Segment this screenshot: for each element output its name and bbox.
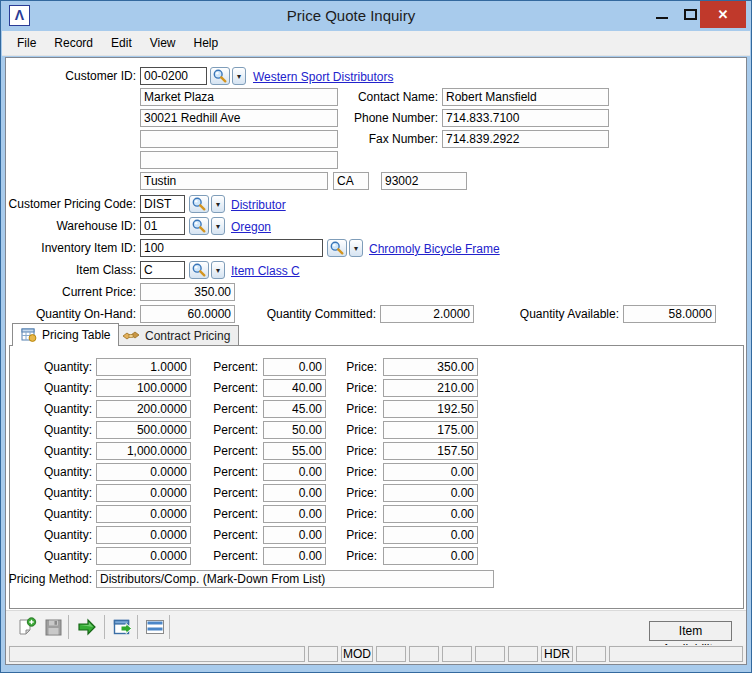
row-quantity-label: Quantity:	[16, 463, 92, 481]
row-price-label: Price:	[306, 463, 377, 481]
row7-price-field: 0.00	[383, 505, 478, 523]
minimize-button[interactable]	[651, 1, 675, 29]
item-id-label: Inventory Item ID:	[6, 239, 136, 257]
customer-id-input[interactable]: 00-0200	[140, 67, 207, 85]
item-lookup-button[interactable]	[327, 239, 347, 257]
browse-window-icon	[113, 618, 134, 637]
warehouse-label: Warehouse ID:	[6, 217, 136, 235]
qty-committed-field: 2.0000	[380, 305, 474, 323]
bottom-toolbar: Item Availability	[6, 610, 746, 647]
row-quantity-label: Quantity:	[16, 421, 92, 439]
magnifier-icon	[192, 197, 206, 211]
item-class-dropdown-button[interactable]: ▾	[211, 261, 225, 279]
item-id-input[interactable]: 100	[140, 239, 323, 257]
menu-edit[interactable]: Edit	[102, 31, 141, 55]
menu-help[interactable]: Help	[185, 31, 228, 55]
save-button[interactable]	[42, 616, 64, 638]
row-price-label: Price:	[306, 484, 377, 502]
customer-lookup-button[interactable]	[210, 67, 230, 85]
pricing-code-input[interactable]: DIST	[140, 195, 185, 213]
row-quantity-label: Quantity:	[16, 358, 92, 376]
tab-contract-pricing[interactable]: Contract Pricing	[113, 325, 239, 346]
pricing-method-label: Pricing Method:	[6, 570, 92, 588]
pricing-code-lookup-button[interactable]	[189, 195, 209, 213]
item-class-link[interactable]: Item Class C	[231, 262, 300, 280]
qty-on-hand-label: Quantity On-Hand:	[6, 305, 136, 323]
row-percent-label: Percent:	[166, 358, 258, 376]
list-view-button[interactable]	[144, 616, 166, 638]
pricing-code-link[interactable]: Distributor	[231, 196, 286, 214]
qty-available-label: Quantity Available:	[486, 305, 619, 323]
row-price-label: Price:	[306, 547, 377, 565]
item-class-lookup-button[interactable]	[189, 261, 209, 279]
row-price-label: Price:	[306, 526, 377, 544]
tab-pricing-table[interactable]: Pricing Table	[12, 323, 119, 346]
item-class-input[interactable]: C	[140, 261, 185, 279]
status-segment	[609, 646, 743, 662]
row-percent-label: Percent:	[166, 484, 258, 502]
item-class-label: Item Class:	[6, 261, 136, 279]
warehouse-link[interactable]: Oregon	[231, 218, 271, 236]
toolbar-separator	[104, 615, 105, 639]
contract-pricing-icon	[122, 330, 140, 342]
row3-price-field: 175.00	[383, 421, 478, 439]
status-segment	[308, 646, 338, 662]
pricing-code-dropdown-button[interactable]: ▾	[211, 195, 225, 213]
row2-price-field: 192.50	[383, 400, 478, 418]
row-price-label: Price:	[306, 379, 377, 397]
status-segment	[576, 646, 606, 662]
qty-available-field: 58.0000	[623, 305, 716, 323]
row-price-label: Price:	[306, 358, 377, 376]
city-field: Tustin	[140, 172, 328, 190]
current-price-field: 350.00	[140, 283, 235, 301]
menu-view[interactable]: View	[141, 31, 185, 55]
warehouse-lookup-button[interactable]	[189, 217, 209, 235]
item-description-link[interactable]: Chromoly Bicycle Frame	[369, 240, 500, 258]
menu-file[interactable]: File	[8, 31, 45, 55]
row0-price-field: 350.00	[383, 358, 478, 376]
contact-name-field: Robert Mansfield	[442, 88, 609, 106]
item-availability-button[interactable]: Item Availability	[649, 621, 732, 641]
next-record-button[interactable]	[76, 616, 98, 638]
save-disk-icon	[44, 618, 63, 637]
row-quantity-label: Quantity:	[16, 505, 92, 523]
row6-price-field: 0.00	[383, 484, 478, 502]
contact-name-label: Contact Name:	[306, 88, 438, 106]
window-title: Price Quote Inquiry	[61, 1, 641, 31]
row-quantity-label: Quantity:	[16, 526, 92, 544]
status-segment	[376, 646, 406, 662]
toolbar-separator	[68, 615, 69, 639]
app-window: Λ Price Quote Inquiry ✕ File Record Edit…	[0, 0, 752, 673]
phone-number-field: 714.833.7100	[442, 109, 609, 127]
row1-price-field: 210.00	[383, 379, 478, 397]
customer-dropdown-button[interactable]: ▾	[232, 67, 246, 85]
tab-contract-pricing-label: Contract Pricing	[145, 329, 230, 343]
warehouse-input[interactable]: 01	[140, 217, 185, 235]
new-record-button[interactable]	[16, 616, 38, 638]
green-arrow-icon	[76, 617, 98, 637]
row-percent-label: Percent:	[166, 547, 258, 565]
close-button[interactable]: ✕	[700, 1, 746, 28]
row-percent-label: Percent:	[166, 526, 258, 544]
status-segment	[409, 646, 439, 662]
status-mod-indicator: MOD	[341, 646, 373, 662]
item-dropdown-button[interactable]: ▾	[349, 239, 363, 257]
toolbar-separator	[137, 615, 138, 639]
title-bar: Λ Price Quote Inquiry ✕	[1, 1, 751, 31]
customer-name-link[interactable]: Western Sport Distributors	[253, 68, 394, 86]
magnifier-icon	[192, 263, 206, 277]
address-line4-field	[140, 151, 338, 169]
phone-number-label: Phone Number:	[306, 109, 438, 127]
warehouse-dropdown-button[interactable]: ▾	[211, 217, 225, 235]
menu-record[interactable]: Record	[45, 31, 102, 55]
row-quantity-label: Quantity:	[16, 379, 92, 397]
row-percent-label: Percent:	[166, 505, 258, 523]
row-quantity-label: Quantity:	[16, 547, 92, 565]
row-quantity-label: Quantity:	[16, 442, 92, 460]
row4-price-field: 157.50	[383, 442, 478, 460]
row-quantity-label: Quantity:	[16, 484, 92, 502]
row-percent-label: Percent:	[166, 421, 258, 439]
magnifier-icon	[192, 219, 206, 233]
browse-button[interactable]	[112, 616, 134, 638]
row-price-label: Price:	[306, 400, 377, 418]
